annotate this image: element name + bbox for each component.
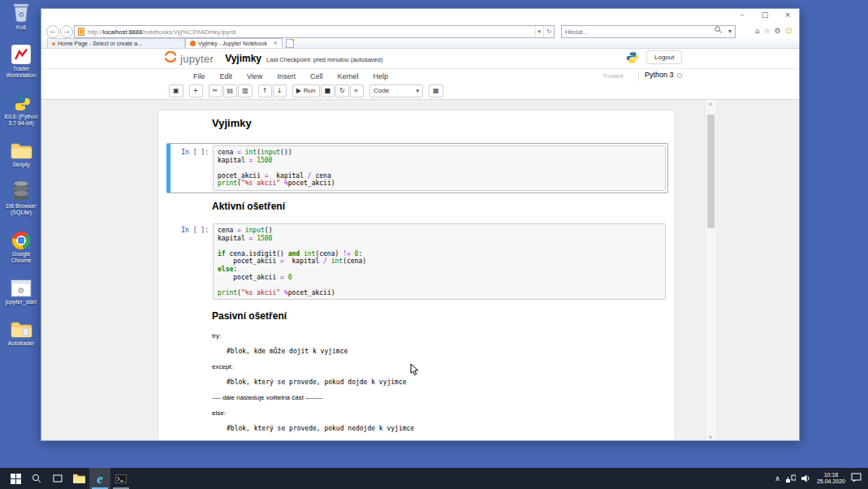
new-tab-button[interactable] — [286, 39, 294, 48]
cell-code: cena = input()kapital = 1500 if cena.isd… — [218, 227, 661, 296]
toolbar-group: + — [189, 84, 203, 97]
clock-time: 10:18 — [817, 472, 845, 478]
toolbar-group: ✂▤▥ — [209, 84, 253, 97]
taskbar-clock[interactable]: 10:18 25.04.2020 — [817, 472, 845, 485]
search-dropdown-icon[interactable]: ▾ — [725, 26, 735, 37]
code-line: kapital = 1500 — [218, 157, 661, 165]
desktop-icon-db-browser-sqlite[interactable]: DB Browser (SQLite) — [1, 179, 41, 216]
desktop-icon-jupyter-start[interactable]: ⚙jupyter_start — [1, 275, 41, 305]
interrupt-kernel-button[interactable]: ■ — [321, 84, 335, 97]
command-palette-button[interactable]: ▦ — [429, 84, 443, 97]
settings-gear-icon[interactable]: ⚙ — [775, 27, 781, 35]
menu-help[interactable]: Help — [365, 72, 395, 80]
scrollbar-thumb[interactable] — [707, 115, 715, 228]
stop-icon: ■ — [325, 88, 331, 94]
menu-insert[interactable]: Insert — [270, 72, 303, 80]
feedback-smiley-icon[interactable]: ☺ — [785, 27, 792, 35]
menu-kernel[interactable]: Kernel — [330, 72, 365, 80]
run-button[interactable]: ▶Run — [292, 84, 320, 97]
move-cell-down-button[interactable]: ↓ — [273, 84, 287, 97]
cut-cell-button[interactable]: ✂ — [209, 84, 222, 97]
command-prompt-button[interactable] — [110, 468, 132, 489]
jupyter-brand-text[interactable]: jupyter — [180, 53, 214, 65]
scroll-down-icon[interactable]: ∨ — [706, 434, 715, 439]
search-input[interactable] — [562, 28, 711, 36]
jupyter-logo-icon[interactable] — [163, 50, 178, 67]
desktop-icon-label: Trader Workstation — [2, 66, 41, 79]
back-button[interactable]: ← — [46, 25, 59, 38]
markdown-line: ---- dále následuje volitelná část -----… — [212, 390, 667, 405]
insert-cell-button[interactable]: + — [189, 84, 203, 97]
search-icon[interactable] — [711, 26, 725, 37]
desktop-icon-recycle-bin[interactable]: ♻Koš — [1, 0, 41, 31]
internet-explorer-button[interactable]: e — [89, 468, 110, 489]
minimize-button[interactable]: – — [736, 11, 749, 19]
url-segment: localhost:8888 — [103, 28, 142, 36]
maximize-button[interactable]: □ — [758, 11, 771, 19]
tab-close-icon[interactable]: × — [273, 40, 278, 46]
google-chrome-icon — [12, 227, 30, 249]
desktop-icon-google-chrome[interactable]: Google Chrome — [1, 227, 41, 264]
tray-chevron-icon[interactable]: ∧ — [775, 474, 780, 483]
desktop-icon-skripty-folder[interactable]: Skripty — [1, 137, 41, 168]
network-icon[interactable] — [786, 471, 796, 486]
volume-icon[interactable] — [801, 471, 811, 486]
home-icon[interactable]: ⌂ — [755, 27, 760, 35]
taskbar-search-button[interactable] — [26, 468, 47, 489]
command-prompt-icon — [115, 474, 127, 483]
task-view-icon — [53, 474, 63, 483]
cell-input[interactable]: cena = input()kapital = 1500 if cena.isd… — [213, 223, 666, 300]
scroll-up-icon[interactable]: ∧ — [706, 101, 715, 106]
favorites-star-icon[interactable]: ☆ — [763, 27, 770, 35]
menu-file[interactable]: File — [186, 72, 213, 80]
menu-edit[interactable]: Edit — [213, 72, 240, 80]
restart-run-all-button[interactable]: » — [350, 84, 364, 97]
tab-jupyter-notebook[interactable]: Vyjimky - Jupyter Notebook × — [185, 38, 283, 48]
tab-bar: Home Page - Select or create a... Vyjimk… — [41, 38, 799, 49]
code-line: cena = int(input()) — [218, 149, 661, 157]
window-controls: – □ × — [736, 11, 794, 19]
desktop-icon-label: Skripty — [12, 162, 29, 168]
notebook-title[interactable]: Vyjimky — [225, 53, 261, 64]
scrollbar[interactable]: ∧ ∨ — [705, 100, 715, 440]
code-line: cena = input() — [218, 227, 661, 235]
paste-cell-button[interactable]: ▥ — [238, 84, 253, 97]
cell-type-select[interactable]: Code ▾ — [369, 84, 423, 97]
cell-type-value: Code — [374, 87, 389, 94]
task-view-button[interactable] — [47, 468, 68, 489]
address-dropdown-icon[interactable]: ▾ — [535, 26, 544, 37]
desktop-icon-label: Koš — [16, 24, 26, 31]
save-button[interactable]: ▣ — [169, 84, 184, 97]
jupyter-menubar: FileEditViewInsertCellKernelHelp Trusted… — [41, 68, 799, 83]
code-cell-2[interactable]: In [ ]: cena = input()kapital = 1500 if … — [166, 221, 668, 302]
system-tray: ∧ 10:18 25.04.2020 — [775, 471, 868, 486]
desktop-icon-label: IDLE (Python 3.7 64-bit) — [2, 114, 41, 127]
address-bar[interactable]: http://localhost:8888/notebooks/Vyj%C3%A… — [74, 25, 555, 38]
markdown-cell[interactable]: try:#blok, kde může dojít k vyjimceexcep… — [212, 328, 667, 436]
plus-icon: + — [193, 88, 199, 94]
taskbar: e ∧ 10:18 25.04.2020 — [0, 468, 868, 489]
desktop-icon-autotrader-folder[interactable]: Autotrader — [1, 316, 41, 347]
logout-button[interactable]: Logout — [646, 50, 682, 64]
desktop-icon-label: DB Browser (SQLite) — [2, 203, 41, 216]
desktop-icon-idle-python[interactable]: IDLE (Python 3.7 64-bit) — [1, 89, 41, 127]
url-segment: http:// — [88, 28, 103, 36]
close-button[interactable]: × — [781, 11, 794, 19]
code-line: print("%s akcii" %pocet_akcii) — [218, 289, 661, 297]
forward-button[interactable]: → — [60, 25, 73, 38]
cell-input[interactable]: cena = int(input())kapital = 1500 pocet_… — [213, 145, 666, 191]
action-center-icon[interactable] — [851, 471, 862, 486]
file-explorer-button[interactable] — [68, 468, 89, 489]
start-button[interactable] — [5, 468, 26, 489]
menu-view[interactable]: View — [240, 72, 270, 80]
desktop-icon-label: Autotrader — [8, 340, 35, 347]
menu-cell[interactable]: Cell — [303, 72, 330, 80]
refresh-icon[interactable]: ↻ — [543, 26, 554, 37]
tab-home-page[interactable]: Home Page - Select or create a... — [47, 38, 185, 48]
restart-kernel-button[interactable]: ↻ — [335, 84, 349, 97]
code-line: pocet_akcii = kapital / cena — [218, 172, 661, 180]
copy-cell-button[interactable]: ▤ — [223, 84, 238, 97]
move-cell-up-button[interactable]: ↑ — [258, 84, 272, 97]
code-cell-1[interactable]: In [ ]: cena = int(input())kapital = 150… — [166, 143, 668, 193]
desktop-icon-trader-workstation[interactable]: Trader Workstation — [1, 41, 41, 79]
